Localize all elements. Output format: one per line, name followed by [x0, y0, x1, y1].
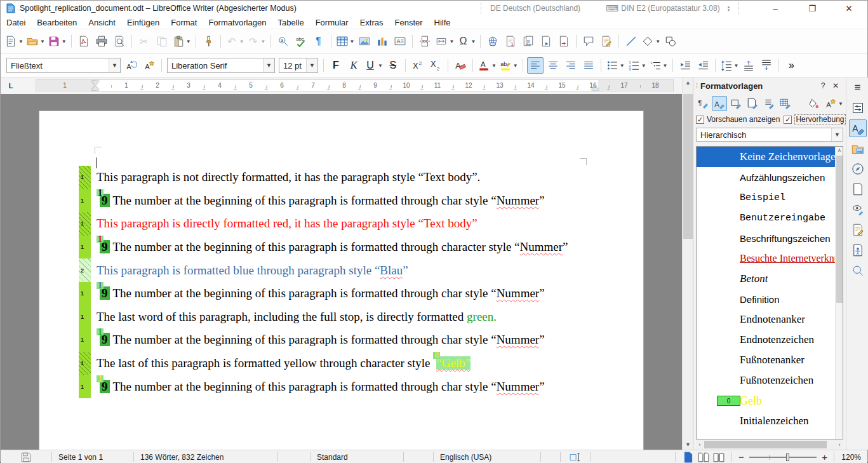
- previews-checkbox[interactable]: ✓: [696, 116, 704, 124]
- style-list-scrollbar[interactable]: ∧: [835, 147, 843, 439]
- page-tab[interactable]: [849, 180, 867, 198]
- print-preview-button[interactable]: [111, 33, 128, 50]
- paragraph[interactable]: 1This paragraph is not directly formatte…: [79, 166, 568, 189]
- basic-shapes-button[interactable]: ▼: [641, 33, 661, 50]
- menu-extras[interactable]: Extras: [354, 17, 389, 29]
- menu-fenster[interactable]: Fenster: [389, 17, 429, 29]
- toolbar-overflow-button[interactable]: »: [783, 57, 799, 74]
- subscript-button[interactable]: X2: [427, 57, 444, 74]
- page-styles-button[interactable]: [745, 96, 760, 111]
- dropdown-arrow-icon[interactable]: ▼: [449, 39, 454, 44]
- word-count-status[interactable]: 136 Wörter, 832 Zeichen: [134, 450, 277, 463]
- style-list-item[interactable]: Fußnotenzeichen: [697, 370, 843, 391]
- paragraph[interactable]: 119The number at the beginning of this p…: [79, 282, 568, 305]
- menu-formular[interactable]: Formular: [310, 17, 354, 29]
- paragraph[interactable]: 119The number at the beginning of this p…: [79, 328, 568, 352]
- style-list-item[interactable]: Endnotenzeichen: [697, 330, 843, 350]
- style-list-item[interactable]: Beispiel: [697, 187, 843, 208]
- copy-button[interactable]: [154, 33, 170, 50]
- italic-button[interactable]: K: [345, 57, 362, 74]
- paste-button[interactable]: ▼: [171, 33, 192, 50]
- align-right-button[interactable]: [563, 57, 579, 74]
- close-deck-button[interactable]: ✕: [829, 81, 842, 90]
- menu-formatvorlagen[interactable]: Formatvorlagen: [203, 17, 272, 29]
- new-style-from-selection-button[interactable]: A▼: [824, 96, 844, 111]
- dropdown-arrow-icon[interactable]: ▼: [378, 63, 383, 69]
- zoom-out-icon[interactable]: −: [738, 452, 744, 462]
- style-list-item[interactable]: Beschriftungszeichen: [697, 228, 843, 248]
- redo-button[interactable]: ↷▼: [246, 33, 267, 50]
- scroll-up-icon[interactable]: ∧: [836, 147, 843, 153]
- undo-button[interactable]: ↶▼: [225, 33, 245, 50]
- find-tab[interactable]: [849, 262, 867, 279]
- dropdown-arrow-icon[interactable]: ▼: [62, 39, 67, 44]
- zoom-track[interactable]: [749, 457, 817, 458]
- list-styles-button[interactable]: [761, 96, 777, 111]
- export-pdf-button[interactable]: [76, 33, 92, 50]
- document-vertical-scrollbar[interactable]: ▲ ▼: [682, 77, 693, 450]
- insert-endnote-button[interactable]: [i]: [520, 33, 537, 50]
- insert-field-button[interactable]: ▼: [434, 33, 455, 50]
- manage-changes-tab[interactable]: [849, 221, 867, 239]
- style-list-item[interactable]: Besuchte Internetverknüpfung: [697, 248, 843, 269]
- menu-einfügen[interactable]: Einfügen: [121, 17, 165, 29]
- menu-datei[interactable]: Datei: [1, 17, 31, 29]
- first-line-indent-marker[interactable]: [91, 81, 99, 85]
- properties-tab[interactable]: [849, 99, 867, 117]
- gallery-tab[interactable]: [849, 140, 867, 158]
- selection-mode-status[interactable]: [561, 450, 590, 463]
- underline-button[interactable]: U▼: [363, 57, 384, 74]
- font-name-combobox[interactable]: Liberation Serif ▼: [167, 58, 275, 73]
- character-styles-button[interactable]: A: [712, 96, 727, 111]
- style-list-item[interactable]: 0Gelb: [697, 391, 843, 411]
- font-size-combobox[interactable]: 12 pt ▼: [279, 58, 318, 73]
- dropdown-arrow-icon[interactable]: ▼: [655, 39, 660, 44]
- line-spacing-button[interactable]: ▼: [719, 57, 740, 74]
- special-character-button[interactable]: Ω▼: [456, 33, 476, 50]
- spelling-button[interactable]: abc: [293, 33, 309, 50]
- new-style-button[interactable]: A: [141, 57, 157, 74]
- paragraph[interactable]: 1The last word of this paragraph, includ…: [79, 305, 568, 329]
- scroll-right-icon[interactable]: ›: [836, 440, 843, 449]
- paragraph-style-combobox[interactable]: Fließtext ▼: [6, 58, 121, 73]
- style-list-item[interactable]: Initialenzeichen: [697, 411, 843, 431]
- style-list-horizontal-scrollbar[interactable]: ‹ ›: [696, 440, 843, 449]
- tab-stop-type-selector[interactable]: L: [6, 81, 16, 91]
- style-list-item[interactable]: Endnotenanker: [697, 309, 843, 330]
- increase-paragraph-spacing-button[interactable]: [740, 57, 757, 74]
- menu-ansicht[interactable]: Ansicht: [83, 17, 121, 29]
- highlight-color-button[interactable]: ab▼: [498, 57, 519, 74]
- dropdown-arrow-icon[interactable]: ▼: [18, 39, 23, 44]
- single-page-view-icon[interactable]: [682, 451, 695, 463]
- dropdown-arrow-icon[interactable]: ▼: [734, 63, 739, 69]
- accessibility-check-tab[interactable]: [849, 241, 867, 259]
- table-styles-button[interactable]: [778, 96, 793, 111]
- style-list-item[interactable]: Benutzereingabe: [697, 208, 843, 228]
- paragraph[interactable]: 119The number at the beginning of this p…: [79, 375, 568, 398]
- zoom-thumb[interactable]: [786, 453, 789, 461]
- decrease-indent-button[interactable]: [695, 57, 711, 74]
- chevron-down-icon[interactable]: ▼: [109, 58, 120, 72]
- zoom-slider[interactable]: − +: [732, 450, 834, 463]
- insert-hyperlink-button[interactable]: [484, 33, 501, 50]
- dropdown-arrow-icon[interactable]: ▼: [261, 39, 266, 44]
- style-inspector-tab[interactable]: [849, 201, 867, 218]
- increase-indent-button[interactable]: [677, 57, 693, 74]
- restore-button[interactable]: ❐: [794, 1, 831, 16]
- chevron-down-icon[interactable]: ▼: [831, 128, 843, 141]
- clear-formatting-button[interactable]: A: [452, 57, 469, 74]
- insert-line-button[interactable]: [623, 33, 639, 50]
- style-list-item[interactable]: Betont: [697, 269, 843, 289]
- scroll-up-icon[interactable]: ▲: [683, 77, 693, 88]
- align-left-button[interactable]: [527, 57, 544, 74]
- style-list-item[interactable]: Keine Zeichenvorlage: [697, 147, 843, 167]
- zoom-level-status[interactable]: 120%: [834, 450, 867, 463]
- unordered-list-button[interactable]: ▼: [605, 57, 625, 74]
- dropdown-arrow-icon[interactable]: ▼: [620, 63, 625, 69]
- scroll-left-icon[interactable]: ‹: [696, 440, 704, 449]
- clone-formatting-button[interactable]: [200, 33, 217, 50]
- paragraph[interactable]: 119The number at the beginning of this p…: [79, 236, 568, 259]
- decrease-paragraph-spacing-button[interactable]: [758, 57, 775, 74]
- dropdown-arrow-icon[interactable]: ▼: [663, 63, 668, 69]
- find-replace-button[interactable]: a: [275, 33, 291, 50]
